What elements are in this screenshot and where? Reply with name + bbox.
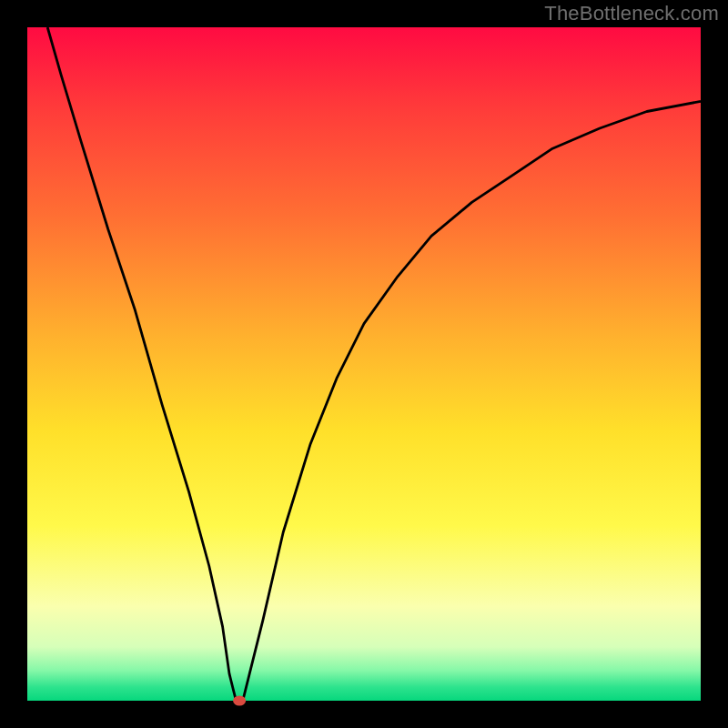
chart-container: TheBottleneck.com bbox=[0, 0, 728, 728]
bottleneck-plot bbox=[0, 0, 728, 728]
source-watermark: TheBottleneck.com bbox=[544, 2, 719, 25]
minimum-marker bbox=[233, 696, 246, 706]
